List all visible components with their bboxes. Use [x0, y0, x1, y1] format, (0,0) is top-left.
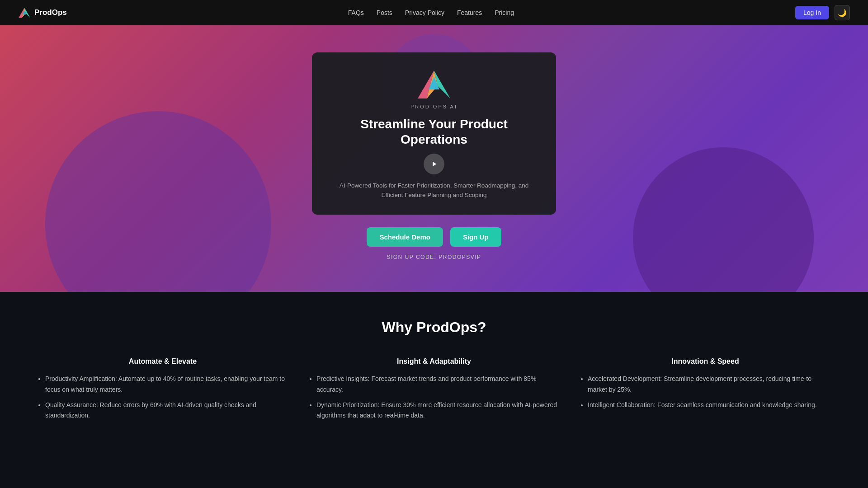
list-item: Productivity Amplification: Automate up …: [45, 374, 289, 395]
nav-link-pricing[interactable]: Pricing: [495, 9, 514, 16]
why-col-automate: Automate & Elevate Productivity Amplific…: [36, 357, 289, 426]
list-item: Predictive Insights: Forecast market tre…: [316, 374, 561, 395]
why-col-automate-title: Automate & Elevate: [36, 357, 289, 366]
play-icon: [430, 160, 438, 168]
nav-links: FAQs Posts Privacy Policy Features Prici…: [348, 9, 514, 16]
nav-right: Log In 🌙: [795, 5, 850, 20]
hero-prod-ops-label: PROD OPS AI: [410, 104, 458, 109]
why-col-innovation: Innovation & Speed Accelerated Developme…: [579, 357, 832, 426]
moon-icon: 🌙: [838, 9, 847, 17]
hero-card: PROD OPS AI Streamline Your Product Oper…: [312, 52, 556, 214]
nav-link-privacy[interactable]: Privacy Policy: [405, 9, 444, 16]
why-col-automate-list: Productivity Amplification: Automate up …: [36, 374, 289, 421]
navbar: ProdOps FAQs Posts Privacy Policy Featur…: [0, 0, 868, 25]
why-grid: Automate & Elevate Productivity Amplific…: [36, 357, 832, 426]
list-item: Intelligent Collaboration: Foster seamle…: [588, 400, 832, 411]
promo-code-text: SIGN UP CODE: PRODOPSVIP: [387, 254, 481, 260]
why-col-insight-list: Predictive Insights: Forecast market tre…: [307, 374, 561, 421]
theme-toggle-button[interactable]: 🌙: [835, 5, 850, 20]
why-col-innovation-title: Innovation & Speed: [579, 357, 832, 366]
hero-play-button[interactable]: [424, 154, 444, 174]
why-col-innovation-list: Accelerated Development: Streamline deve…: [579, 374, 832, 410]
hero-subtitle: AI-Powered Tools for Faster Prioritizati…: [330, 181, 538, 200]
why-section: Why ProdOps? Automate & Elevate Producti…: [0, 292, 868, 444]
sign-up-button[interactable]: Sign Up: [450, 227, 501, 247]
nav-link-features[interactable]: Features: [457, 9, 482, 16]
hero-section: PROD OPS AI Streamline Your Product Oper…: [0, 25, 868, 292]
hero-cta-buttons: Schedule Demo Sign Up: [367, 227, 501, 247]
nav-link-posts[interactable]: Posts: [377, 9, 392, 16]
why-col-insight-title: Insight & Adaptability: [307, 357, 561, 366]
hero-title: Streamline Your Product Operations: [330, 117, 538, 147]
nav-link-faqs[interactable]: FAQs: [348, 9, 364, 16]
brand-name-text: ProdOps: [34, 8, 67, 17]
login-button[interactable]: Log In: [795, 6, 829, 19]
list-item: Dynamic Prioritization: Ensure 30% more …: [316, 400, 561, 422]
list-item: Quality Assurance: Reduce errors by 60% …: [45, 400, 289, 422]
hero-logo-icon: [416, 69, 452, 100]
list-item: Accelerated Development: Streamline deve…: [588, 374, 832, 395]
why-section-title: Why ProdOps?: [36, 319, 832, 336]
why-col-insight: Insight & Adaptability Predictive Insigh…: [307, 357, 561, 426]
brand-logo-icon: [18, 6, 31, 19]
schedule-demo-button[interactable]: Schedule Demo: [367, 227, 443, 247]
nav-brand: ProdOps: [18, 6, 67, 19]
